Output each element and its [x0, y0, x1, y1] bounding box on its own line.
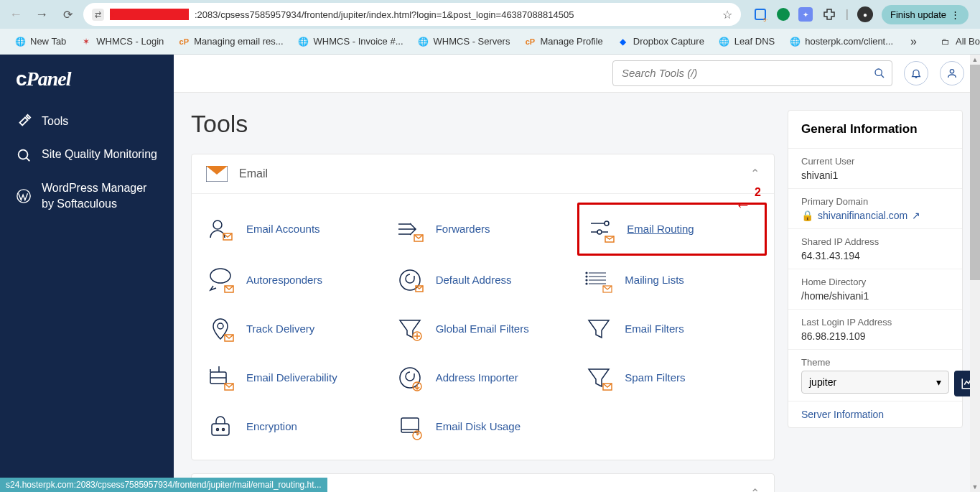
- cpanel-logo[interactable]: cPanel: [0, 68, 174, 105]
- global-filters-icon: [396, 315, 424, 343]
- profile-avatar[interactable]: ●: [857, 6, 873, 22]
- info-theme: Theme jupiter▾: [788, 350, 962, 402]
- finish-update-button[interactable]: Finish update ⋮: [882, 5, 969, 24]
- sidebar-label: Tools: [42, 113, 68, 129]
- forward-button[interactable]: →: [32, 4, 52, 24]
- search-icon[interactable]: [874, 68, 885, 79]
- panel-header-email[interactable]: Email ⌃: [192, 154, 774, 194]
- svg-point-7: [213, 221, 222, 229]
- search-input[interactable]: [612, 60, 892, 86]
- svg-point-21: [218, 323, 223, 329]
- extensions-icon[interactable]: [821, 6, 837, 22]
- autoresponders-icon: [206, 266, 235, 294]
- scroll-down-icon[interactable]: ▼: [970, 482, 980, 492]
- reload-button[interactable]: ⟳: [57, 4, 78, 24]
- tools-icon: [16, 113, 32, 129]
- bookmark-item[interactable]: cPManaging email res...: [172, 33, 289, 50]
- bookmark-star-icon[interactable]: ☆: [722, 8, 732, 22]
- page-title: Tools: [191, 110, 775, 138]
- wordpress-icon: [16, 188, 32, 204]
- tool-address-importer[interactable]: Address Importer: [388, 353, 578, 402]
- svg-rect-29: [212, 424, 229, 435]
- extension-icon-3[interactable]: ✦: [798, 7, 813, 22]
- address-bar[interactable]: ⇄ x :2083/cpsess7585957934/frontend/jupi…: [83, 3, 741, 26]
- monitor-icon: [16, 147, 32, 163]
- bookmark-item[interactable]: 🌐Leaf DNS: [713, 33, 780, 50]
- email-accounts-icon: [206, 215, 235, 243]
- panel-body-email: Email Accounts Forwarders Email Routing …: [192, 194, 774, 460]
- address-importer-icon: [396, 363, 424, 392]
- info-title: General Information: [788, 111, 962, 149]
- bookmark-item[interactable]: ✶WHMCS - Login: [75, 33, 169, 50]
- svg-point-16: [586, 272, 587, 274]
- bookmarks-bar: 🌐New Tab ✶WHMCS - Login cPManaging email…: [0, 29, 980, 55]
- svg-text:9+: 9+: [763, 17, 767, 22]
- sidebar-item-monitoring[interactable]: Site Quality Monitoring: [0, 138, 174, 171]
- status-bar: s24.hosterpk.com:2083/cpsess7585957934/f…: [0, 478, 327, 492]
- annotation-arrow: ←: [735, 196, 751, 215]
- deliverability-icon: [206, 363, 235, 392]
- tool-email-accounts[interactable]: Email Accounts: [199, 203, 388, 256]
- info-last-login: Last Login IP Address 86.98.219.109: [788, 310, 962, 350]
- bookmark-item[interactable]: cPManage Profile: [518, 33, 608, 50]
- forwarders-icon: [396, 215, 424, 243]
- app-body: cPanel Tools Site Quality Monitoring Wor…: [0, 55, 980, 492]
- extension-icon-2[interactable]: [777, 8, 790, 21]
- collapse-icon[interactable]: ⌃: [750, 167, 760, 180]
- svg-rect-32: [401, 418, 419, 432]
- email-filters-icon: [584, 315, 613, 343]
- svg-point-4: [875, 69, 882, 75]
- toolbar-icons: 9+ ✦ | ● Finish update ⋮: [747, 5, 974, 24]
- site-info-icon[interactable]: ⇄: [92, 9, 104, 21]
- right-column: General Information Current User shivani…: [788, 110, 963, 475]
- track-delivery-icon: [206, 315, 235, 343]
- tool-global-email-filters[interactable]: Global Email Filters: [388, 305, 578, 353]
- collapse-icon[interactable]: ⌃: [750, 486, 760, 492]
- scrollbar[interactable]: ▲ ▼: [970, 55, 980, 492]
- search-wrap: [612, 60, 892, 86]
- extension-icon-1[interactable]: 9+: [752, 6, 768, 22]
- info-server-info[interactable]: Server Information: [788, 402, 962, 427]
- tool-spam-filters[interactable]: Spam Filters: [577, 353, 767, 402]
- bookmark-item[interactable]: 🌐New Tab: [9, 33, 72, 50]
- bookmark-item[interactable]: 🌐WHMCS - Invoice #...: [292, 33, 409, 50]
- info-current-user: Current User shivani1: [788, 149, 962, 189]
- tool-autoresponders[interactable]: Autoresponders: [199, 256, 388, 305]
- sidebar-label: Site Quality Monitoring: [42, 147, 157, 162]
- tool-default-address[interactable]: Default Address: [388, 256, 578, 305]
- browser-toolbar: ← → ⟳ ⇄ x :2083/cpsess7585957934/fronten…: [0, 0, 980, 29]
- user-button[interactable]: [940, 61, 964, 85]
- left-column: Tools Email ⌃ Email Accounts Forwarders …: [191, 110, 775, 475]
- tool-encryption[interactable]: Encryption: [199, 402, 388, 451]
- tool-email-deliverability[interactable]: Email Deliverability: [199, 353, 388, 402]
- theme-select[interactable]: jupiter▾: [801, 371, 949, 394]
- bookmark-item[interactable]: ◆Dropbox Capture: [612, 33, 710, 50]
- scrollbar-thumb[interactable]: [970, 65, 980, 280]
- back-button[interactable]: ←: [6, 4, 26, 24]
- sidebar-item-tools[interactable]: Tools: [0, 105, 174, 138]
- red-arrow-icon: ←: [735, 196, 751, 215]
- tool-forwarders[interactable]: Forwarders: [388, 203, 578, 256]
- tool-track-delivery[interactable]: Track Delivery: [199, 305, 388, 353]
- svg-point-18: [586, 279, 587, 281]
- email-panel-icon: [206, 166, 228, 182]
- encryption-icon: [206, 412, 235, 441]
- svg-point-30: [217, 428, 219, 430]
- all-bookmarks[interactable]: 🗀All Bookmarks: [934, 33, 980, 50]
- mailing-lists-icon: [584, 266, 613, 294]
- default-address-icon: [396, 266, 424, 294]
- svg-point-19: [586, 283, 587, 284]
- sidebar-item-wordpress[interactable]: WordPress Manager by Softaculous: [0, 172, 174, 221]
- bookmarks-overflow[interactable]: »: [905, 35, 923, 48]
- annotation-number: 2: [755, 186, 761, 199]
- bookmark-item[interactable]: 🌐hosterpk.com/client...: [783, 33, 899, 50]
- primary-domain-link[interactable]: 🔒shivanifinancial.com↗: [801, 210, 949, 221]
- scroll-up-icon[interactable]: ▲: [970, 55, 980, 65]
- external-link-icon: ↗: [912, 210, 920, 221]
- tool-email-filters[interactable]: Email Filters: [577, 305, 767, 353]
- tool-email-disk-usage[interactable]: Email Disk Usage: [388, 402, 578, 451]
- tool-mailing-lists[interactable]: Mailing Lists: [577, 256, 767, 305]
- notifications-button[interactable]: [904, 61, 928, 85]
- bookmark-item[interactable]: 🌐WHMCS - Servers: [412, 33, 516, 50]
- disk-usage-icon: [396, 412, 424, 441]
